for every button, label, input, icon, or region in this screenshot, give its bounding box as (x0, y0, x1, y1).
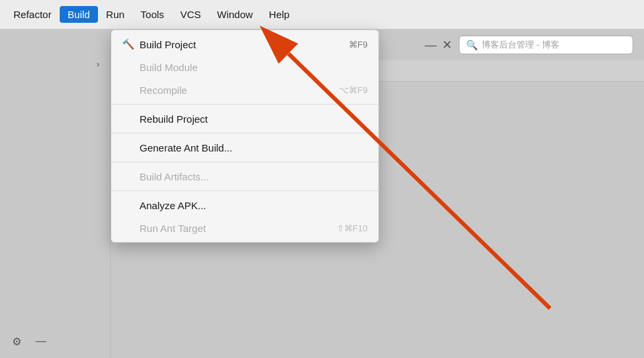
menu-item-vcs[interactable]: VCS (172, 6, 209, 23)
menubar: Refactor Build Run Tools VCS Window Help (0, 0, 644, 29)
dropdown-item-generate-ant[interactable]: Generate Ant Build... (111, 136, 378, 159)
build-dropdown-menu: 🔨 Build Project ⌘F9 Build Module Recompi… (111, 29, 379, 243)
build-project-label: Build Project (140, 39, 196, 50)
menu-item-refactor[interactable]: Refactor (5, 6, 60, 23)
sidebar-expand-icon[interactable]: › (97, 59, 99, 69)
recompile-shortcut: ⌥⌘F9 (339, 85, 368, 95)
menu-item-help[interactable]: Help (261, 6, 298, 23)
menu-item-run[interactable]: Run (98, 6, 133, 23)
dropdown-item-recompile: Recompile ⌥⌘F9 (111, 78, 378, 101)
search-bar-area: — ✕ 🔍 博客后台管理 - 博客 (414, 29, 644, 60)
sidebar (0, 29, 111, 358)
rebuild-project-label: Rebuild Project (140, 113, 208, 125)
menu-item-window[interactable]: Window (209, 6, 260, 23)
build-artifacts-label: Build Artifacts... (140, 171, 209, 182)
dropdown-item-run-ant-target: Run Ant Target ⇧⌘F10 (111, 217, 378, 239)
gear-icon[interactable]: ⚙ (8, 333, 25, 350)
run-ant-target-label: Run Ant Target (140, 223, 206, 234)
build-module-label: Build Module (140, 62, 198, 73)
dropdown-section-2: Rebuild Project (111, 104, 378, 133)
bottom-toolbar: ⚙ — (8, 333, 50, 350)
menu-item-build[interactable]: Build (60, 6, 98, 23)
dropdown-item-build-artifacts: Build Artifacts... (111, 165, 378, 188)
minimize-button[interactable]: — (425, 38, 437, 52)
build-project-shortcut: ⌘F9 (349, 40, 368, 50)
window-controls: — ✕ (425, 38, 452, 52)
minus-icon[interactable]: — (32, 333, 50, 350)
dropdown-item-build-module: Build Module (111, 56, 378, 78)
run-ant-target-shortcut: ⇧⌘F10 (337, 223, 368, 233)
search-icon: 🔍 (466, 40, 478, 50)
recompile-label: Recompile (140, 84, 187, 96)
search-text: 博客后台管理 - 博客 (482, 39, 559, 51)
dropdown-item-rebuild-project[interactable]: Rebuild Project (111, 107, 378, 130)
close-button[interactable]: ✕ (442, 38, 452, 52)
dropdown-item-build-project[interactable]: 🔨 Build Project ⌘F9 (111, 33, 378, 56)
dropdown-section-4: Build Artifacts... (111, 162, 378, 190)
dropdown-section-3: Generate Ant Build... (111, 133, 378, 162)
menu-item-tools[interactable]: Tools (133, 6, 172, 23)
generate-ant-label: Generate Ant Build... (140, 142, 232, 154)
dropdown-section-1: 🔨 Build Project ⌘F9 Build Module Recompi… (111, 30, 378, 104)
dropdown-item-analyze-apk[interactable]: Analyze APK... (111, 194, 378, 217)
build-project-icon: 🔨 (122, 38, 134, 50)
dropdown-section-5: Analyze APK... Run Ant Target ⇧⌘F10 (111, 190, 378, 242)
search-wrapper[interactable]: 🔍 博客后台管理 - 博客 (459, 36, 633, 54)
analyze-apk-label: Analyze APK... (140, 200, 206, 211)
